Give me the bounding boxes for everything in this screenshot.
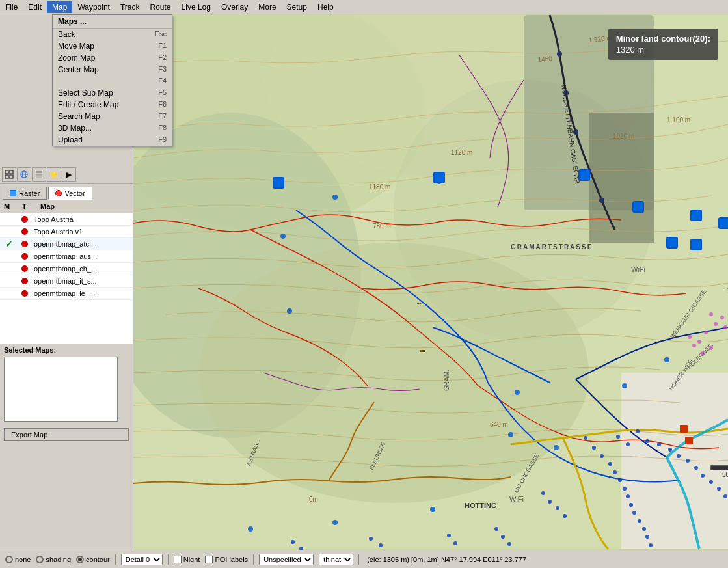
svg-rect-9 (36, 176, 42, 178)
svg-text:1 100 m: 1 100 m (667, 116, 690, 124)
radio-contour-label: contour (86, 556, 110, 563)
svg-point-33 (287, 308, 292, 314)
svg-point-116 (626, 494, 630, 498)
map-name-6: openmtbmap_le_... (34, 290, 95, 297)
grid-view-btn[interactable] (2, 167, 16, 182)
radio-none-dot (5, 556, 13, 563)
svg-rect-1 (10, 170, 13, 174)
menubar: File Edit Map Waypoint Track Route Live … (0, 0, 728, 14)
map-row-0[interactable]: Topo Austria (0, 213, 133, 226)
map-row-1[interactable]: Topo Austria v1 (0, 226, 133, 238)
svg-rect-7 (36, 171, 42, 173)
check-night-label: Night (183, 556, 200, 563)
svg-rect-17 (589, 113, 654, 243)
user-select[interactable]: thinat (319, 554, 353, 565)
check-poi[interactable]: POI labels (205, 556, 248, 563)
svg-point-103 (686, 459, 690, 463)
svg-point-99 (616, 435, 620, 439)
maps-back[interactable]: BackEsc (53, 29, 172, 40)
svg-point-130 (447, 534, 451, 537)
svg-point-97 (645, 439, 649, 443)
svg-point-34 (508, 432, 513, 437)
svg-rect-43 (434, 172, 444, 183)
svg-text:GRAM.: GRAM. (443, 370, 450, 391)
svg-point-118 (632, 511, 636, 515)
globe-btn[interactable] (17, 167, 31, 182)
map-check-4 (3, 264, 16, 273)
svg-point-128 (501, 535, 505, 539)
export-map-button[interactable]: Export Map (4, 428, 129, 441)
svg-point-100 (657, 442, 661, 446)
svg-text:640 m: 640 m (490, 421, 508, 428)
maps-move-map[interactable]: Move MapF1 (53, 40, 172, 52)
menu-file[interactable]: File (0, 1, 23, 13)
menu-help[interactable]: Help (312, 1, 339, 13)
tab-vector[interactable]: Vector (48, 187, 92, 200)
menu-map[interactable]: Map (47, 1, 72, 13)
main-container: Maps ... BackEsc Move MapF1 Zoom MapF2 C… (0, 14, 728, 550)
left-toolbar: ⭐ ▶ (0, 165, 133, 184)
menu-livelog[interactable]: Live Log (176, 1, 216, 13)
check-poi-box (205, 556, 213, 563)
svg-point-93 (692, 344, 696, 347)
map-check-2: ✓ (3, 239, 16, 249)
map-row-6[interactable]: openmtbmap_le_... (0, 288, 133, 300)
map-row-3[interactable]: openmtbmap_aus... (0, 250, 133, 263)
maps-3d[interactable]: 3D Map...F8 (53, 122, 172, 134)
maps-upload[interactable]: UploadF9 (53, 134, 172, 146)
maps-dropdown: Maps ... BackEsc Move MapF1 Zoom MapF2 C… (52, 14, 172, 146)
svg-point-131 (453, 541, 457, 545)
menu-more[interactable]: More (253, 1, 281, 13)
svg-point-126 (563, 514, 567, 518)
map-row-5[interactable]: openmtbmap_it_s... (0, 275, 133, 288)
tab-raster[interactable]: Raster (3, 187, 47, 200)
map-canvas[interactable]: WiFi WiFi WiFi 500 m 1 520 m 1 440 m 146… (133, 14, 728, 550)
map-area[interactable]: WiFi WiFi WiFi 500 m 1 520 m 1 440 m 146… (133, 14, 728, 550)
svg-point-89 (720, 316, 724, 319)
maps-zoom-map[interactable]: Zoom MapF2 (53, 52, 172, 64)
map-row-2[interactable]: ✓ openmtbmap_atc... (0, 238, 133, 250)
radio-shading[interactable]: shading (36, 556, 71, 563)
map-icon-3 (18, 252, 31, 261)
svg-point-104 (694, 466, 698, 470)
map-name-3: openmtbmap_aus... (34, 252, 97, 260)
svg-rect-45 (633, 202, 643, 212)
svg-point-86 (709, 312, 713, 316)
check-night[interactable]: Night (174, 556, 200, 563)
svg-point-132 (379, 543, 383, 547)
radio-contour[interactable]: contour (76, 556, 110, 563)
svg-point-40 (332, 520, 338, 525)
svg-point-117 (629, 503, 633, 507)
raster-icon (10, 190, 16, 196)
menu-setup[interactable]: Setup (282, 1, 312, 13)
maps-search-map[interactable]: Search MapF7 (53, 111, 172, 122)
svg-text:GRAMARTSTRASSE: GRAMARTSTRASSE (511, 243, 593, 250)
maps-edit-create[interactable]: Edit / Create MapF6 (53, 99, 172, 111)
svg-text:WiFi: WiFi (509, 495, 524, 503)
svg-text:WiFi: WiFi (631, 265, 645, 273)
menu-edit[interactable]: Edit (23, 1, 47, 13)
unspecified-select[interactable]: Unspecified (259, 554, 314, 565)
map-tooltip: Minor land contour(20): 1320 m (608, 29, 718, 60)
svg-text:0m: 0m (309, 496, 318, 503)
svg-rect-0 (5, 170, 8, 174)
svg-point-36 (664, 357, 669, 362)
map-check-3 (3, 252, 16, 261)
maps-center-map[interactable]: Center MapF3 (53, 64, 172, 75)
star-btn[interactable]: ⭐ (47, 167, 61, 182)
arrow-btn[interactable]: ▶ (62, 167, 76, 182)
menu-route[interactable]: Route (145, 1, 176, 13)
map-row-4[interactable]: openmtbmap_ch_... (0, 263, 133, 275)
menu-waypoint[interactable]: Waypoint (72, 1, 115, 13)
svg-rect-3 (10, 175, 13, 178)
maps-select-sub[interactable]: Select Sub MapF5 (53, 87, 172, 99)
detail-select[interactable]: Detail 0 Detail 1 Detail 2 (121, 554, 163, 565)
menu-track[interactable]: Track (115, 1, 145, 13)
svg-point-121 (645, 535, 649, 539)
left-panel: Maps ... BackEsc Move MapF1 Zoom MapF2 C… (0, 14, 133, 550)
map-layers-btn[interactable] (32, 167, 46, 182)
radio-none[interactable]: none (5, 556, 31, 563)
menu-overlay[interactable]: Overlay (216, 1, 253, 13)
col-t-header: T (22, 202, 35, 210)
svg-point-96 (636, 429, 640, 433)
